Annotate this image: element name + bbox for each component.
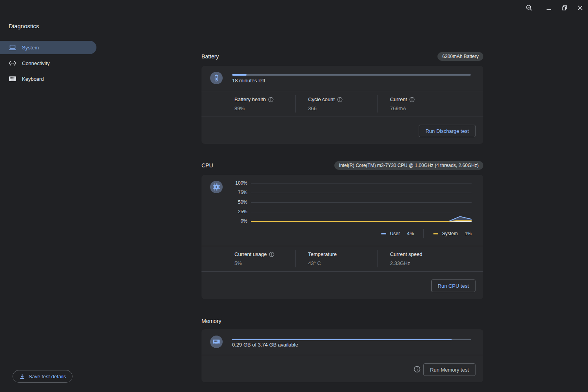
stat-value: 89% xyxy=(234,105,274,111)
stat-label: Current usage xyxy=(234,251,267,257)
battery-title: Battery xyxy=(201,53,219,60)
laptop-icon xyxy=(9,44,16,51)
user-legend-value: 4% xyxy=(407,231,414,236)
ytick-50: 50% xyxy=(225,200,247,205)
ytick-100: 100% xyxy=(225,180,247,186)
stat-label: Battery health xyxy=(234,96,266,102)
battery-time-left: 18 minutes left xyxy=(232,78,265,83)
user-legend-label: User xyxy=(390,231,400,236)
connectivity-icon xyxy=(9,60,16,66)
sidebar-item-label: Keyboard xyxy=(22,76,44,82)
cpu-usage-chart xyxy=(251,179,472,224)
sidebar-item-system[interactable]: System xyxy=(0,41,96,54)
memory-section-header: Memory xyxy=(201,316,483,326)
memory-info-icon[interactable] xyxy=(414,366,421,373)
current-usage-stat: Current usage 5% xyxy=(234,251,274,266)
restore-icon[interactable] xyxy=(561,5,568,11)
stat-value: 43° C xyxy=(308,260,337,266)
sidebar-item-label: Connectivity xyxy=(22,60,50,66)
memory-usage-text: 0.29 GB of 3.74 GB available xyxy=(232,342,298,348)
sidebar-item-connectivity[interactable]: Connectivity xyxy=(0,56,96,70)
user-legend-dash xyxy=(381,233,386,234)
ytick-75: 75% xyxy=(225,190,247,195)
stat-value: 2.33GHz xyxy=(390,260,422,266)
sidebar-item-keyboard[interactable]: Keyboard xyxy=(0,72,96,85)
battery-health-stat: Battery health 89% xyxy=(234,96,274,111)
battery-card: 18 minutes left Battery health 89% Cycle… xyxy=(201,66,483,144)
stat-label: Current speed xyxy=(390,251,422,257)
main-content: Battery 6300mAh Battery 18 minutes left … xyxy=(201,0,483,392)
cpu-stats-row: Current usage 5% Temperature 43° C Curre… xyxy=(201,246,483,271)
memory-usage-fill xyxy=(232,339,452,340)
battery-badge: 6300mAh Battery xyxy=(437,52,483,61)
battery-section-header: Battery 6300mAh Battery xyxy=(201,51,483,62)
cycle-count-stat: Cycle count 366 xyxy=(308,96,343,111)
cpu-title: CPU xyxy=(201,162,213,169)
sidebar-item-label: System xyxy=(22,45,39,51)
stat-value: 5% xyxy=(234,260,274,266)
save-test-details-button[interactable]: Save test details xyxy=(13,370,73,383)
stat-value: 366 xyxy=(308,105,343,111)
memory-icon xyxy=(210,336,223,348)
cpu-section-header: CPU Intel(R) Core(TM) m3-7Y30 CPU @ 1.00… xyxy=(201,160,483,171)
stat-label: Temperature xyxy=(308,251,337,257)
memory-card: 0.29 GB of 3.74 GB available Run Memory … xyxy=(201,329,483,382)
cpu-chart-legend: User 4% System 1% xyxy=(381,229,472,238)
run-memory-test-button[interactable]: Run Memory test xyxy=(423,363,475,376)
run-cpu-test-button[interactable]: Run CPU test xyxy=(431,279,475,292)
battery-charge-fill xyxy=(232,74,247,76)
close-icon[interactable] xyxy=(577,5,583,11)
info-icon[interactable] xyxy=(337,97,343,102)
system-legend-label: System xyxy=(442,231,458,236)
battery-charge-bar xyxy=(232,74,471,76)
cpu-badge: Intel(R) Core(TM) m3-7Y30 CPU @ 1.00GHz … xyxy=(334,161,483,170)
temperature-stat: Temperature 43° C xyxy=(308,251,337,266)
ytick-25: 25% xyxy=(225,209,247,214)
stat-label: Cycle count xyxy=(308,96,335,102)
stat-label: Current xyxy=(390,96,407,102)
info-icon[interactable] xyxy=(269,252,274,257)
battery-stats-row: Battery health 89% Cycle count 366 Curre… xyxy=(201,91,483,116)
search-icon[interactable] xyxy=(526,5,532,11)
minimize-icon[interactable] xyxy=(546,5,552,11)
battery-icon xyxy=(210,72,223,84)
keyboard-icon xyxy=(9,76,16,82)
info-icon[interactable] xyxy=(268,97,274,102)
ytick-0: 0% xyxy=(225,218,247,224)
current-stat: Current 769mA xyxy=(390,96,415,111)
cpu-card: 100% 75% 50% 25% 0% User 4% System 1% Cu… xyxy=(201,175,483,299)
stat-value: 769mA xyxy=(390,105,415,111)
info-icon[interactable] xyxy=(409,97,415,102)
system-legend-dash xyxy=(433,233,438,234)
page-title: Diagnostics xyxy=(9,23,39,29)
download-icon xyxy=(19,374,25,379)
system-legend-value: 1% xyxy=(465,231,472,236)
current-speed-stat: Current speed 2.33GHz xyxy=(390,251,422,266)
run-discharge-test-button[interactable]: Run Discharge test xyxy=(419,125,475,137)
memory-usage-bar xyxy=(232,339,471,340)
cpu-icon xyxy=(210,181,223,193)
save-test-details-label: Save test details xyxy=(29,374,66,379)
memory-title: Memory xyxy=(201,318,221,324)
